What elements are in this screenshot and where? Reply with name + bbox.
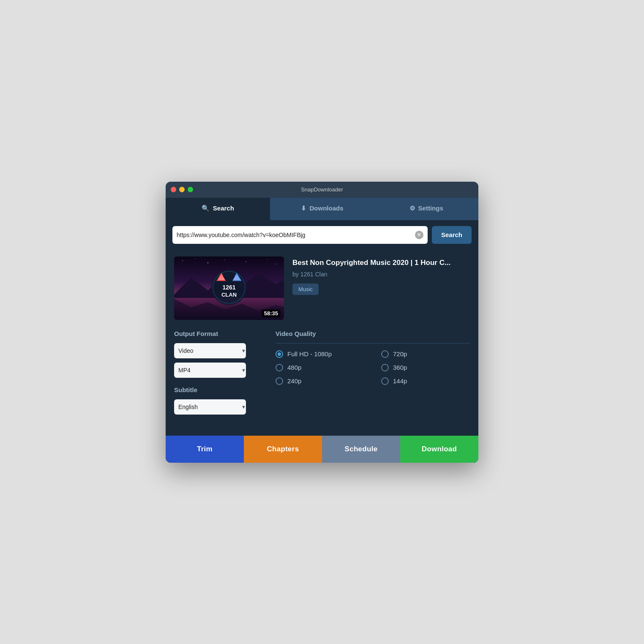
schedule-button[interactable]: Schedule (322, 436, 400, 463)
options-row: Output Format Video Audio MP3 ▼ MP4 MKV … (174, 330, 470, 419)
quality-label-1080p: Full HD - 1080p (287, 350, 332, 357)
quality-option-1080p[interactable]: Full HD - 1080p (276, 350, 364, 358)
quality-label-360p: 360p (393, 364, 407, 371)
quality-label-144p: 144p (393, 377, 407, 385)
quality-section: Video Quality Full HD - 1080p 720p 480p (276, 330, 470, 385)
url-search-bar: ✕ Search (166, 220, 478, 250)
radio-360p (381, 364, 389, 371)
titlebar: SnapDownloader (166, 182, 478, 198)
video-duration: 58:35 (262, 309, 281, 317)
format-section: Output Format Video Audio MP3 ▼ MP4 MKV … (174, 330, 250, 419)
app-title: SnapDownloader (301, 186, 343, 193)
svg-point-2 (195, 258, 195, 259)
quality-grid: Full HD - 1080p 720p 480p 360p (276, 350, 470, 385)
options-section: Output Format Video Audio MP3 ▼ MP4 MKV … (166, 320, 478, 419)
svg-point-5 (246, 261, 246, 262)
trim-button[interactable]: Trim (166, 436, 244, 463)
download-icon: ⬇ (301, 205, 306, 212)
minimize-button[interactable] (179, 187, 185, 192)
subtitle-select[interactable]: English None Spanish French (174, 399, 246, 415)
quality-option-480p[interactable]: 480p (276, 364, 364, 371)
format-codec-select[interactable]: MP4 MKV AVI MOV (174, 363, 246, 378)
tab-search[interactable]: 🔍 Search (166, 198, 270, 220)
video-thumbnail: 1261 CLAN 58:35 (174, 257, 284, 320)
quality-label-480p: 480p (287, 364, 301, 371)
svg-point-4 (224, 259, 225, 260)
tab-settings-label: Settings (418, 205, 443, 212)
search-button[interactable]: Search (432, 226, 472, 244)
video-channel: by 1261 Clan (292, 271, 470, 278)
video-info: Best Non Copyrighted Music 2020 | 1 Hour… (292, 257, 470, 295)
svg-point-3 (207, 262, 208, 263)
svg-point-7 (275, 264, 276, 265)
svg-text:CLAN: CLAN (221, 292, 237, 298)
radio-720p (381, 350, 389, 358)
quality-option-240p[interactable]: 240p (276, 377, 364, 385)
tab-downloads-label: Downloads (310, 205, 344, 212)
format-type-wrapper: Video Audio MP3 ▼ (174, 343, 250, 358)
svg-point-6 (267, 259, 267, 259)
radio-144p (381, 377, 389, 385)
subtitle-section: Subtitle English None Spanish French ▼ (174, 386, 250, 415)
tab-downloads[interactable]: ⬇ Downloads (270, 198, 374, 220)
radio-240p (276, 377, 283, 385)
url-input-wrapper: ✕ (172, 226, 428, 244)
chapters-button[interactable]: Chapters (244, 436, 322, 463)
close-button[interactable] (171, 187, 176, 192)
clear-url-button[interactable]: ✕ (415, 231, 423, 239)
quality-option-720p[interactable]: 720p (381, 350, 470, 358)
tab-settings[interactable]: ⚙ Settings (374, 198, 478, 220)
tab-search-label: Search (213, 205, 234, 212)
format-type-select[interactable]: Video Audio MP3 (174, 343, 246, 358)
settings-icon: ⚙ (409, 205, 415, 212)
output-format-label: Output Format (174, 330, 250, 337)
url-input[interactable] (177, 232, 415, 238)
svg-text:1261: 1261 (222, 284, 235, 291)
quality-label-720p: 720p (393, 350, 407, 357)
radio-1080p (276, 350, 283, 358)
search-icon: 🔍 (202, 205, 210, 212)
quality-label-240p: 240p (287, 377, 301, 385)
quality-option-144p[interactable]: 144p (381, 377, 470, 385)
maximize-button[interactable] (188, 187, 193, 192)
quality-divider (276, 343, 470, 344)
subtitle-label: Subtitle (174, 386, 250, 393)
quality-option-360p[interactable]: 360p (381, 364, 470, 371)
window-controls (171, 187, 193, 192)
download-button[interactable]: Download (400, 436, 478, 463)
bottom-bar: Trim Chapters Schedule Download (166, 436, 478, 463)
video-title: Best Non Copyrighted Music 2020 | 1 Hour… (292, 258, 470, 267)
tab-bar: 🔍 Search ⬇ Downloads ⚙ Settings (166, 198, 478, 220)
video-quality-label: Video Quality (276, 330, 470, 337)
video-result: 1261 CLAN 58:35 Best Non Copyrighted Mus… (166, 250, 478, 320)
app-window: SnapDownloader 🔍 Search ⬇ Downloads ⚙ Se… (166, 182, 478, 463)
subtitle-select-wrapper: English None Spanish French ▼ (174, 399, 250, 415)
radio-480p (276, 364, 283, 371)
svg-point-1 (182, 260, 183, 261)
video-tag: Music (292, 284, 319, 295)
format-codec-wrapper: MP4 MKV AVI MOV ▼ (174, 363, 250, 378)
